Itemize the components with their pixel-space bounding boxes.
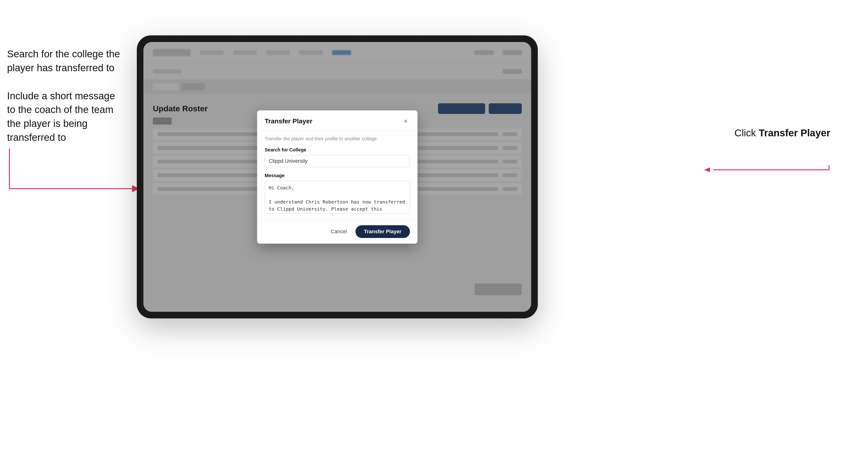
modal-body: Transfer the player and their profile to… — [257, 130, 417, 220]
message-textarea[interactable]: Hi Coach, I understand Chris Robertson h… — [265, 181, 410, 214]
annotation-right-text: Click Transfer Player — [735, 127, 830, 138]
arrow-left — [7, 146, 142, 198]
modal-description: Transfer the player and their profile to… — [265, 136, 410, 142]
search-college-input[interactable] — [265, 155, 410, 167]
annotation-left: Search for the college the player has tr… — [7, 47, 125, 159]
svg-marker-5 — [704, 167, 710, 172]
search-college-label: Search for College — [265, 147, 410, 153]
message-label: Message — [265, 173, 410, 178]
transfer-player-button[interactable]: Transfer Player — [355, 225, 410, 238]
transfer-player-modal: Transfer Player × Transfer the player an… — [257, 111, 417, 244]
modal-overlay: Transfer Player × Transfer the player an… — [144, 42, 531, 312]
cancel-button[interactable]: Cancel — [326, 226, 352, 237]
modal-title: Transfer Player — [265, 118, 312, 125]
annotation-text-top: Search for the college the player has tr… — [7, 47, 125, 75]
annotation-text-bottom: Include a short message to the coach of … — [7, 89, 125, 145]
modal-header: Transfer Player × — [257, 111, 417, 130]
tablet-frame: Update Roster — [137, 35, 538, 318]
modal-footer: Cancel Transfer Player — [257, 220, 417, 244]
tablet-screen: Update Roster — [144, 42, 531, 312]
arrow-right — [702, 163, 832, 177]
annotation-right: Click Transfer Player — [735, 127, 830, 139]
modal-close-button[interactable]: × — [401, 117, 410, 125]
